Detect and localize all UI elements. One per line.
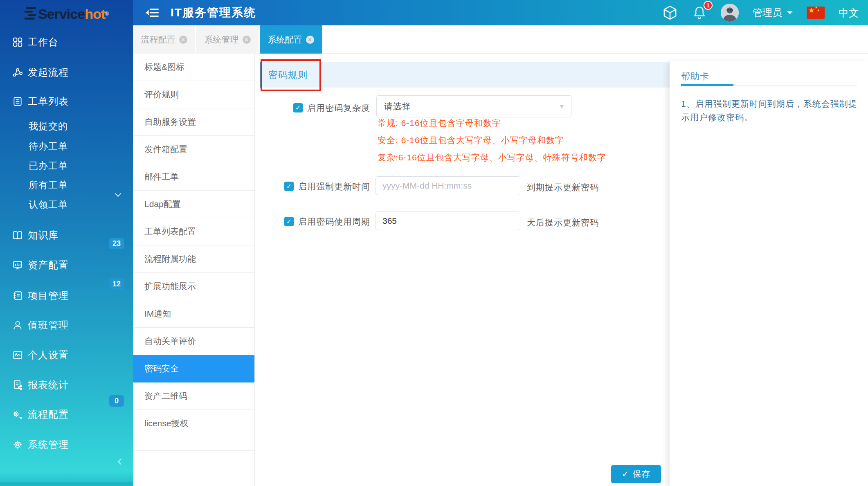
section-title: 密码规则 — [268, 69, 308, 81]
flow-config-icon — [12, 409, 23, 420]
sidebar-item-duty-management[interactable]: 值班管理 — [0, 316, 133, 334]
sidebar-item-label: 项目管理 — [28, 289, 69, 302]
tab-label: 流程配置 — [141, 34, 175, 45]
menu-item-asset-qrcode[interactable]: 资产二维码 — [133, 382, 254, 410]
sidebar-subitem-label: 已办工单 — [29, 160, 68, 172]
usage-cycle-suffix: 天后提示更新密码 — [527, 217, 599, 228]
report-icon — [12, 380, 23, 390]
sidebar-bottom-strip — [0, 482, 133, 486]
complexity-checkbox[interactable]: ✓ — [293, 103, 303, 112]
servicehot-logo[interactable]: Servicehot® — [0, 4, 133, 24]
sidebar-item-asset-config[interactable]: 资产配置 — [0, 256, 133, 274]
logo-registered-mark: ® — [105, 11, 109, 17]
user-name[interactable]: 管理员 — [753, 6, 782, 19]
menu-item-email-ticket[interactable]: 邮件工单 — [133, 163, 254, 191]
check-icon: ✓ — [622, 469, 630, 479]
sidebar-item-label: 工作台 — [28, 36, 58, 49]
force-update-label: 启用强制更新时间 — [298, 182, 370, 191]
sidebar-item-label: 个人设置 — [28, 349, 69, 362]
sidebar-subitem-label: 我提交的 — [29, 120, 68, 133]
help-card-title: 帮助卡 — [681, 70, 709, 83]
menu-item-im-notify[interactable]: IM通知 — [133, 300, 254, 328]
check-icon: ✓ — [295, 104, 301, 112]
usage-cycle-checkbox[interactable]: ✓ — [284, 217, 294, 226]
menu-item-process-extras[interactable]: 流程附属功能 — [133, 245, 254, 273]
force-update-suffix: 到期提示更新密码 — [527, 182, 599, 193]
tab-process-config[interactable]: 流程配置 ✕ — [133, 25, 195, 54]
help-title-indicator — [681, 84, 733, 86]
check-icon: ✓ — [286, 218, 292, 225]
menu-item-worklist-config[interactable]: 工单列表配置 — [133, 218, 254, 245]
cube-icon[interactable] — [662, 4, 678, 21]
sidebar-item-label: 知识库 — [28, 229, 58, 242]
close-icon[interactable]: ✕ — [179, 36, 187, 44]
notification-badge: 1 — [704, 1, 713, 10]
sidebar-item-label: 工单列表 — [28, 95, 69, 108]
caret-down-icon: ▼ — [559, 103, 564, 110]
sidebar-item-knowledge-base[interactable]: 知识库 — [0, 226, 133, 244]
complexity-hint-normal: 常规: 6-16位且包含字母和数字 — [378, 117, 501, 129]
sidebar-item-process-config[interactable]: 流程配置 — [0, 405, 133, 423]
complexity-hint-complex: 复杂:6-16位且包含大写字母、小写字母、特殊符号和数字 — [378, 152, 606, 163]
main-content: 密码规则 ✓ 启用密码复杂度 请选择 ▼ 常规: 6-16位且包含字母和数字 安… — [255, 54, 670, 486]
settings-menu: 标题&图标 评价规则 自助服务设置 发件箱配置 邮件工单 Ldap配置 工单列表… — [133, 54, 255, 486]
sidebar-item-project-management[interactable]: 项目管理 — [0, 287, 133, 305]
sidebar-subitem-my-submitted[interactable]: 我提交的 23 — [0, 118, 133, 134]
sidebar-item-start-process[interactable]: 发起流程 — [0, 63, 133, 81]
complexity-select[interactable]: 请选择 ▼ — [376, 95, 571, 117]
logo-text-service: Service — [38, 6, 85, 22]
menu-item-ldap-config[interactable]: Ldap配置 — [133, 191, 254, 218]
sidebar-item-label: 值班管理 — [28, 319, 69, 332]
grid-icon — [12, 37, 23, 47]
sidebar-subitem-label: 认领工单 — [29, 198, 68, 211]
check-icon: ✓ — [286, 182, 292, 190]
close-icon[interactable]: ✕ — [243, 36, 251, 44]
sidebar-item-label: 发起流程 — [28, 66, 69, 79]
menu-item-outbox-config[interactable]: 发件箱配置 — [133, 136, 254, 163]
sidebar-item-personal-settings[interactable]: 个人设置 — [0, 346, 133, 364]
sidebar-subitem-todo[interactable]: 待办工单 12 — [0, 138, 133, 154]
sidebar-item-system-management[interactable]: 系统管理 — [0, 436, 133, 454]
close-icon[interactable]: ✕ — [306, 36, 314, 44]
asset-icon — [12, 260, 23, 270]
menu-item-auto-close-rating[interactable]: 自动关单评价 — [133, 328, 254, 355]
menu-item-extended-features[interactable]: 扩展功能展示 — [133, 273, 254, 300]
save-button[interactable]: ✓ 保存 — [611, 465, 661, 483]
help-card-body: 1、启用强制更新时间到期后，系统会强制提示用户修改密码。 — [681, 97, 866, 124]
menu-item-self-service[interactable]: 自助服务设置 — [133, 108, 254, 136]
save-button-label: 保存 — [632, 468, 650, 480]
sidebar-item-worklist[interactable]: 工单列表 — [0, 92, 133, 110]
help-card-panel: 帮助卡 1、启用强制更新时间到期后，系统会强制提示用户修改密码。 — [670, 61, 868, 486]
tab-system-management[interactable]: 系统管理 ✕ — [196, 25, 259, 54]
top-header: IT服务管理系统 1 管理员 — [133, 0, 868, 25]
sidebar-subitem-all[interactable]: 所有工单 — [0, 177, 133, 193]
menu-filler — [133, 437, 254, 451]
usage-cycle-days-input[interactable] — [376, 212, 520, 230]
worklist-icon — [12, 96, 23, 107]
sidebar: Servicehot® 工作台 发起流程 — [0, 0, 133, 486]
sidebar-subitem-claim[interactable]: 认领工单 0 — [0, 196, 133, 213]
sidebar-item-workbench[interactable]: 工作台 — [0, 33, 133, 51]
servicehot-logo-mark-icon — [24, 6, 36, 22]
tab-label: 系统配置 — [268, 34, 302, 45]
user-avatar[interactable] — [721, 4, 739, 22]
menu-item-password-security[interactable]: 密码安全 — [133, 355, 254, 382]
menu-item-rating-rules[interactable]: 评价规则 — [133, 81, 254, 108]
sidebar-subitem-done[interactable]: 已办工单 — [0, 158, 133, 174]
gear-icon — [12, 439, 23, 450]
menu-item-license[interactable]: license授权 — [133, 410, 254, 437]
china-flag-icon[interactable]: ★ ★ ★ — [807, 7, 825, 19]
language-switch[interactable]: 中文 — [839, 6, 859, 20]
force-update-checkbox[interactable]: ✓ — [284, 182, 294, 191]
force-update-datetime-input[interactable] — [376, 176, 520, 195]
sidebar-item-label: 资产配置 — [28, 259, 69, 272]
complexity-label: 启用密码复杂度 — [307, 103, 370, 112]
menu-item-title-icon[interactable]: 标题&图标 — [133, 54, 254, 81]
count-badge: 0 — [109, 395, 124, 407]
sidebar-item-report-statistics[interactable]: 报表统计 — [0, 376, 133, 394]
section-header: 密码规则 — [260, 62, 670, 88]
collapse-sidebar-icon[interactable] — [145, 7, 159, 19]
tab-system-config[interactable]: 系统配置 ✕ — [260, 25, 322, 54]
bell-icon[interactable]: 1 — [692, 5, 707, 20]
flag-star: ★ — [808, 6, 814, 15]
